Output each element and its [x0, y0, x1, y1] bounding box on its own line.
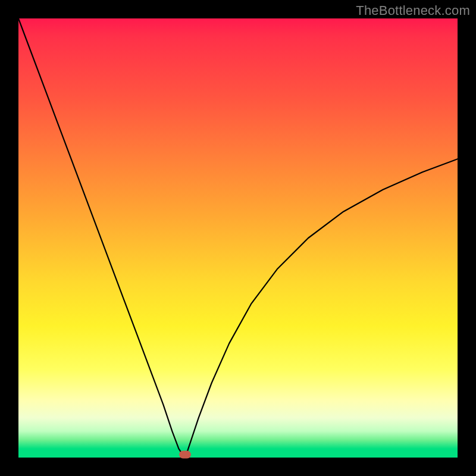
watermark-text: TheBottleneck.com [356, 3, 470, 18]
bottleneck-curve [18, 18, 458, 458]
minimum-marker [179, 450, 191, 458]
chart-plot-area [18, 18, 458, 458]
